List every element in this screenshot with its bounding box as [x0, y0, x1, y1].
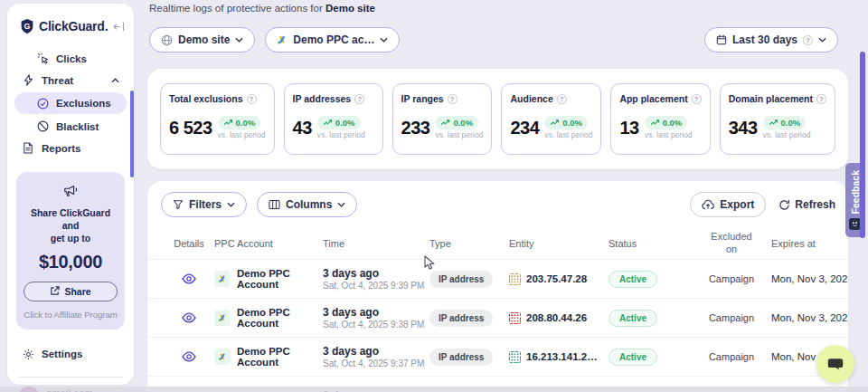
stat-change-badge: 0.0% [544, 116, 588, 129]
entity-value: 208.80.44.26 [526, 312, 587, 323]
site-selector[interactable]: Demo site [149, 27, 255, 53]
details-eye-icon[interactable] [182, 273, 196, 284]
stat-title: Domain placement [729, 93, 813, 104]
stat-period: vs. last period [435, 130, 483, 139]
trend-up-icon [769, 120, 778, 126]
stat-change-value: 0.0% [663, 118, 683, 128]
time-relative: 3 days ago [323, 306, 429, 319]
col-header-status[interactable]: Status [609, 238, 692, 249]
subtitle-site-name: Demo site [326, 3, 375, 14]
col-header-time[interactable]: Time [323, 238, 429, 249]
stat-change-value: 0.0% [562, 118, 582, 128]
ppc-account-name: Demo PPC Account [237, 346, 323, 368]
col-header-ppc-account[interactable]: PPC Account [214, 238, 323, 249]
prohibit-icon [36, 120, 49, 132]
stat-period: vs. last period [544, 130, 592, 139]
refresh-button[interactable]: Refresh [778, 198, 835, 211]
filters-button-label: Filters [189, 198, 222, 211]
time-absolute: Sat, Oct 4, 2025 9:39 PM [323, 281, 429, 291]
sidebar-collapse-icon[interactable] [113, 22, 125, 32]
share-button[interactable]: Share [24, 282, 118, 301]
stat-change-value: 0.0% [781, 118, 801, 128]
country-flag-icon [509, 351, 521, 363]
entity-value: 16.213.141.2… [526, 351, 598, 362]
lightning-icon [22, 74, 34, 86]
app-canvas: G ClickGuard. Clicks Threat [0, 0, 868, 392]
stat-period: vs. last period [763, 130, 811, 139]
table-row[interactable]: Demo PPC Account 3 days agoSat, Oct 4, 2… [147, 337, 848, 376]
sidebar-item-label: Settings [42, 349, 82, 359]
sidebar-item-label: Exclusions [56, 98, 111, 109]
svg-text:G: G [24, 22, 31, 31]
date-range-selector[interactable]: Last 30 days ? [704, 27, 838, 53]
table-row[interactable]: Demo PPC Account 3 days agoSat, Oct 4, 2… [147, 298, 848, 337]
affiliate-promo-card[interactable]: Share ClickGuard and get up to $10,000 S… [16, 172, 125, 330]
globe-icon [161, 34, 173, 46]
columns-button[interactable]: Columns [257, 192, 357, 217]
help-circle-icon[interactable]: ? [557, 94, 567, 104]
check-circle-icon [36, 98, 49, 110]
col-header-type[interactable]: Type [429, 238, 509, 249]
columns-button-label: Columns [286, 198, 332, 211]
type-badge: IP address [429, 349, 493, 366]
site-selector-value: Demo site [178, 33, 230, 46]
promo-amount: $10,000 [24, 252, 118, 272]
excluded-on-value: Campaign [692, 312, 771, 323]
status-badge: Active [609, 310, 657, 327]
help-circle-icon[interactable]: ? [692, 94, 702, 104]
stat-change-badge: 0.0% [435, 116, 478, 129]
trend-up-icon [440, 120, 450, 126]
col-header-excluded-on[interactable]: Excluded on [708, 231, 755, 256]
col-header-details[interactable]: Details [164, 238, 214, 249]
stat-change-badge: 0.0% [218, 116, 261, 129]
stat-change-value: 0.0% [236, 118, 256, 128]
date-range-value: Last 30 days [732, 33, 797, 46]
help-circle-icon[interactable]: ? [354, 94, 364, 104]
sidebar-scrollbar[interactable] [130, 91, 134, 177]
trend-up-icon [223, 120, 233, 126]
promo-line1: Share ClickGuard and [24, 206, 118, 232]
cloud-upload-icon [702, 199, 714, 210]
sidebar-item-reports[interactable]: Reports [14, 139, 127, 158]
help-circle-icon[interactable]: ? [448, 94, 458, 104]
brand-name: ClickGuard. [39, 19, 108, 33]
details-eye-icon[interactable] [182, 351, 196, 362]
stat-value: 343 [729, 118, 758, 139]
stat-card-ip-ranges: IP ranges? 233 0.0% vs. last period [392, 83, 493, 155]
status-badge: Active [609, 349, 657, 366]
sidebar-nav: Clicks Threat Exclusions [7, 49, 134, 158]
page-scrollbar-thumb[interactable] [860, 52, 865, 238]
stat-change-value: 0.0% [335, 118, 355, 128]
col-header-entity[interactable]: Entity [509, 238, 609, 249]
help-circle-icon[interactable]: ? [816, 94, 826, 104]
table-row[interactable]: Demo PPC Account 3 days agoSat, Oct 4, 2… [147, 259, 848, 298]
stat-title: Total exclusions [169, 93, 243, 104]
sidebar-item-settings[interactable]: Settings [14, 345, 127, 364]
chat-widget-button[interactable] [816, 345, 854, 383]
ppc-account-selector[interactable]: Demo PPC ac… [265, 27, 400, 53]
excluded-on-value: Campaign [692, 351, 771, 362]
filters-button[interactable]: Filters [161, 192, 247, 217]
sidebar-item-clicks[interactable]: Clicks [14, 49, 127, 68]
entity-value: 203.75.47.28 [526, 273, 587, 284]
click-cursor-icon [36, 53, 49, 64]
stat-card-audience: Audience? 234 0.0% vs. last period [501, 83, 601, 155]
stat-value: 13 [619, 118, 638, 139]
export-button[interactable]: Export [690, 192, 766, 217]
stat-title: IP addresses [293, 93, 352, 104]
chevron-up-icon[interactable] [111, 78, 119, 83]
viewport-bottom-edge [0, 387, 868, 392]
col-header-expires-at[interactable]: Expires at [771, 238, 835, 249]
type-badge: IP address [429, 310, 493, 327]
sidebar-item-exclusions[interactable]: Exclusions [14, 92, 127, 114]
logo-row: G ClickGuard. [7, 4, 134, 34]
details-eye-icon[interactable] [182, 312, 196, 323]
trend-up-icon [550, 120, 560, 126]
page-subtitle: Realtime logs of protective actions for … [149, 3, 375, 14]
help-circle-icon[interactable]: ? [247, 94, 257, 104]
table-header-row: Details PPC Account Time Type Entity Sta… [147, 228, 848, 259]
feedback-label: Feedback [850, 170, 861, 214]
google-ads-icon [277, 34, 288, 45]
sidebar-item-blacklist[interactable]: Blacklist [14, 117, 127, 136]
sidebar-item-threat[interactable]: Threat [14, 71, 127, 90]
